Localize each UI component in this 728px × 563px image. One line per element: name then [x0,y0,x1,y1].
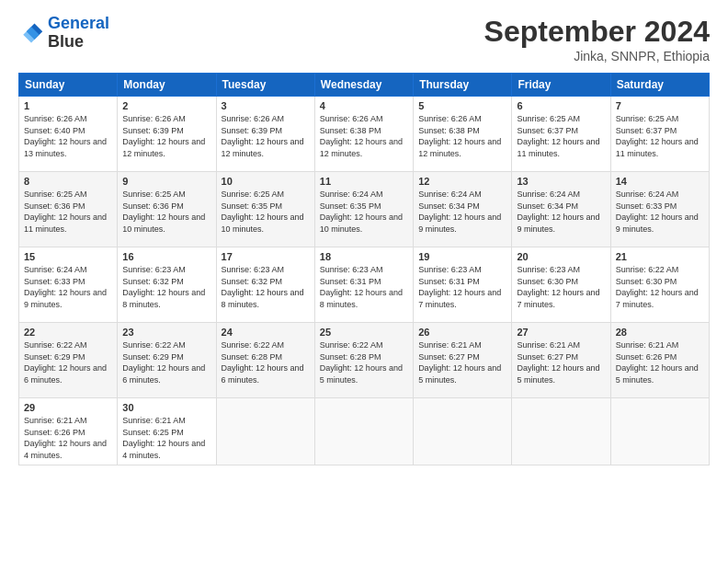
calendar-cell: 17Sunrise: 6:23 AMSunset: 6:32 PMDayligh… [216,247,314,323]
logo-icon [18,20,44,46]
day-number: 5 [418,100,506,111]
day-number: 17 [222,251,310,262]
logo-line1: General [48,14,109,32]
calendar-day-header: Friday [512,74,610,97]
calendar-cell: 27Sunrise: 6:21 AMSunset: 6:27 PMDayligh… [512,323,610,398]
calendar-cell [216,398,314,465]
calendar-day-header: Saturday [610,74,709,97]
calendar-cell: 15Sunrise: 6:24 AMSunset: 6:33 PMDayligh… [19,247,118,323]
calendar-day-header: Monday [118,74,216,97]
calendar-cell [610,398,709,465]
calendar-cell: 6Sunrise: 6:25 AMSunset: 6:37 PMDaylight… [512,97,610,172]
title-block: September 2024 Jinka, SNNPR, Ethiopia [484,15,710,63]
day-info: Sunrise: 6:24 AMSunset: 6:34 PMDaylight:… [418,189,506,235]
day-info: Sunrise: 6:26 AMSunset: 6:40 PMDaylight:… [24,113,112,159]
day-number: 6 [517,100,605,111]
day-number: 2 [122,100,210,111]
calendar: SundayMondayTuesdayWednesdayThursdayFrid… [18,73,710,465]
day-number: 16 [122,251,210,262]
calendar-cell: 22Sunrise: 6:22 AMSunset: 6:29 PMDayligh… [19,323,118,398]
calendar-day-header: Sunday [19,74,118,97]
calendar-cell: 1Sunrise: 6:26 AMSunset: 6:40 PMDaylight… [19,97,118,172]
day-number: 7 [616,100,704,111]
page: General Blue September 2024 Jinka, SNNPR… [0,0,728,563]
day-info: Sunrise: 6:23 AMSunset: 6:32 PMDaylight:… [122,264,210,310]
day-info: Sunrise: 6:21 AMSunset: 6:27 PMDaylight:… [517,339,605,385]
calendar-cell: 11Sunrise: 6:24 AMSunset: 6:35 PMDayligh… [314,172,413,247]
day-info: Sunrise: 6:21 AMSunset: 6:26 PMDaylight:… [616,339,704,385]
day-info: Sunrise: 6:24 AMSunset: 6:33 PMDaylight:… [616,189,704,235]
day-number: 30 [122,402,210,413]
calendar-cell [414,398,512,465]
main-title: September 2024 [484,15,710,49]
day-number: 26 [418,327,506,338]
day-info: Sunrise: 6:26 AMSunset: 6:39 PMDaylight:… [122,113,210,159]
calendar-cell: 8Sunrise: 6:25 AMSunset: 6:36 PMDaylight… [19,172,118,247]
sub-title: Jinka, SNNPR, Ethiopia [484,49,710,63]
calendar-cell: 25Sunrise: 6:22 AMSunset: 6:28 PMDayligh… [314,323,413,398]
calendar-cell: 21Sunrise: 6:22 AMSunset: 6:30 PMDayligh… [610,247,709,323]
day-number: 4 [320,100,408,111]
calendar-cell: 20Sunrise: 6:23 AMSunset: 6:30 PMDayligh… [512,247,610,323]
day-number: 13 [517,176,605,187]
day-info: Sunrise: 6:25 AMSunset: 6:37 PMDaylight:… [616,113,704,159]
day-number: 22 [24,327,112,338]
calendar-cell: 12Sunrise: 6:24 AMSunset: 6:34 PMDayligh… [414,172,512,247]
calendar-cell: 7Sunrise: 6:25 AMSunset: 6:37 PMDaylight… [610,97,709,172]
day-info: Sunrise: 6:23 AMSunset: 6:30 PMDaylight:… [517,264,605,310]
day-info: Sunrise: 6:22 AMSunset: 6:29 PMDaylight:… [122,339,210,385]
day-info: Sunrise: 6:22 AMSunset: 6:28 PMDaylight:… [320,339,408,385]
day-number: 9 [122,176,210,187]
day-number: 20 [517,251,605,262]
day-number: 19 [418,251,506,262]
day-number: 10 [222,176,310,187]
logo-line2: Blue [48,33,109,52]
day-info: Sunrise: 6:25 AMSunset: 6:36 PMDaylight:… [122,189,210,235]
logo: General Blue [18,15,109,52]
day-number: 14 [616,176,704,187]
day-info: Sunrise: 6:25 AMSunset: 6:35 PMDaylight:… [222,189,310,235]
day-info: Sunrise: 6:24 AMSunset: 6:34 PMDaylight:… [517,189,605,235]
day-info: Sunrise: 6:24 AMSunset: 6:33 PMDaylight:… [24,264,112,310]
day-info: Sunrise: 6:25 AMSunset: 6:37 PMDaylight:… [517,113,605,159]
calendar-cell: 28Sunrise: 6:21 AMSunset: 6:26 PMDayligh… [610,323,709,398]
day-number: 23 [122,327,210,338]
calendar-cell: 18Sunrise: 6:23 AMSunset: 6:31 PMDayligh… [314,247,413,323]
calendar-cell: 29Sunrise: 6:21 AMSunset: 6:26 PMDayligh… [19,398,118,465]
day-info: Sunrise: 6:26 AMSunset: 6:39 PMDaylight:… [222,113,310,159]
calendar-cell: 10Sunrise: 6:25 AMSunset: 6:35 PMDayligh… [216,172,314,247]
day-info: Sunrise: 6:23 AMSunset: 6:31 PMDaylight:… [418,264,506,310]
day-info: Sunrise: 6:24 AMSunset: 6:35 PMDaylight:… [320,189,408,235]
day-info: Sunrise: 6:26 AMSunset: 6:38 PMDaylight:… [418,113,506,159]
day-number: 12 [418,176,506,187]
day-info: Sunrise: 6:22 AMSunset: 6:28 PMDaylight:… [222,339,310,385]
day-info: Sunrise: 6:25 AMSunset: 6:36 PMDaylight:… [24,189,112,235]
day-number: 27 [517,327,605,338]
day-info: Sunrise: 6:22 AMSunset: 6:29 PMDaylight:… [24,339,112,385]
day-number: 25 [320,327,408,338]
day-number: 18 [320,251,408,262]
day-info: Sunrise: 6:22 AMSunset: 6:30 PMDaylight:… [616,264,704,310]
calendar-cell: 2Sunrise: 6:26 AMSunset: 6:39 PMDaylight… [118,97,216,172]
logo-text: General Blue [48,15,109,52]
day-number: 28 [616,327,704,338]
calendar-cell: 24Sunrise: 6:22 AMSunset: 6:28 PMDayligh… [216,323,314,398]
day-info: Sunrise: 6:21 AMSunset: 6:26 PMDaylight:… [24,415,112,461]
day-number: 29 [24,402,112,413]
day-info: Sunrise: 6:21 AMSunset: 6:27 PMDaylight:… [418,339,506,385]
day-info: Sunrise: 6:26 AMSunset: 6:38 PMDaylight:… [320,113,408,159]
day-number: 8 [24,176,112,187]
calendar-cell: 4Sunrise: 6:26 AMSunset: 6:38 PMDaylight… [314,97,413,172]
calendar-cell [512,398,610,465]
calendar-cell: 26Sunrise: 6:21 AMSunset: 6:27 PMDayligh… [414,323,512,398]
calendar-cell: 19Sunrise: 6:23 AMSunset: 6:31 PMDayligh… [414,247,512,323]
day-number: 15 [24,251,112,262]
day-info: Sunrise: 6:23 AMSunset: 6:32 PMDaylight:… [222,264,310,310]
day-number: 21 [616,251,704,262]
calendar-cell: 30Sunrise: 6:21 AMSunset: 6:25 PMDayligh… [118,398,216,465]
day-number: 11 [320,176,408,187]
day-number: 1 [24,100,112,111]
calendar-header-row: SundayMondayTuesdayWednesdayThursdayFrid… [19,74,710,97]
calendar-day-header: Wednesday [314,74,413,97]
day-info: Sunrise: 6:23 AMSunset: 6:31 PMDaylight:… [320,264,408,310]
